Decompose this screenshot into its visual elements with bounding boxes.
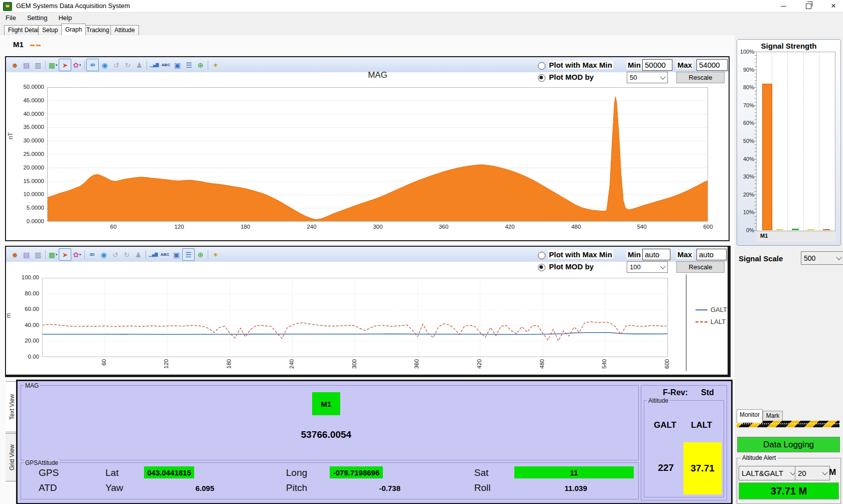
y-tick-label: 0.0000 [13,218,44,224]
rescale-button[interactable]: Rescale [676,261,725,273]
chart-icon[interactable]: ▁▄▇ [148,249,159,260]
tab-graph[interactable]: Graph [61,24,86,35]
signal-axis-tick [754,123,756,123]
signal-y-tick-label: 0% [737,227,754,233]
palette-icon[interactable]: ✿▾ [71,59,83,71]
export-icon[interactable]: ▤ [21,59,32,71]
tab-tracking[interactable]: Tracking [82,25,113,35]
rotate-cw-icon[interactable]: ↻ [121,249,132,260]
palette-icon: ✿ [73,62,79,69]
menu-setting[interactable]: Setting [22,13,53,24]
rotate-ccw-icon[interactable]: ↺ [109,249,121,260]
print-icon[interactable]: ▥ [32,59,44,71]
preview-icon[interactable]: ▣ [171,249,182,260]
orbit-icon[interactable]: ◉ [98,249,109,260]
restore-button[interactable] [800,0,817,12]
gps-group-label: GPSAttitude [24,459,60,466]
main-tab-strip: Flight Details Setup Graph Tracking Atti… [0,24,843,35]
galt-line-sample [695,309,708,310]
text-label-icon[interactable]: ABC [160,59,172,71]
rotate-cw-icon: ↻ [125,62,131,69]
pointer-icon[interactable]: ➤ [59,59,71,71]
signal-axis-tick [754,177,756,177]
close-button[interactable]: × [825,0,842,12]
min-label: Min [627,250,642,259]
walk-icon[interactable]: ♟ [132,249,144,260]
signal-scale-select[interactable]: 500 [801,251,843,265]
tools-icon[interactable]: ✶ [210,249,221,260]
signal-axis-tick [755,170,756,170]
plot-maxmin-radio[interactable] [538,62,545,70]
alert-channel-select[interactable]: LALT&GALT [739,466,798,480]
alert-threshold-select[interactable]: 20 [795,466,830,480]
rotate-cw-icon[interactable]: ↻ [122,59,133,71]
lat-label: Lat [105,467,118,478]
series-legend-dash [36,45,41,46]
zoom-in-icon[interactable]: ⊕ [195,59,206,71]
signal-gridline [787,52,788,230]
image-icon: ▩ [49,251,55,258]
signal-strength-panel: Signal Strength M1 0%10%20%30%40%50%60%7… [737,39,841,246]
menu-file[interactable]: File [0,13,22,24]
mod-select[interactable]: 100 [627,261,668,273]
plot-maxmin-radio[interactable] [538,252,545,259]
altitude-plot-area[interactable] [42,278,669,357]
image-icon[interactable]: ▩▾ [47,59,59,71]
mag-plot-area[interactable] [47,87,708,222]
preview-icon[interactable]: ▣ [172,59,183,71]
rotate-ccw-icon: ↺ [112,251,118,258]
max-input[interactable]: auto [696,249,727,260]
signal-axis-tick [755,112,756,113]
legend-icon[interactable]: ☰ [183,59,195,71]
image-icon[interactable]: ▩▾ [47,249,59,260]
3d-icon[interactable]: 3D [86,249,98,260]
max-input[interactable]: 54000 [696,59,728,71]
long-label: Long [286,467,307,478]
signal-axis-tick [755,137,756,138]
signal-axis-tick [755,98,756,99]
users-icon[interactable]: ☻ [9,249,21,260]
text-label-icon[interactable]: ABC [159,249,171,260]
chart-icon[interactable]: ▁▄▇ [149,59,160,71]
min-input[interactable]: auto [642,249,670,260]
menu-help[interactable]: Help [53,13,77,24]
plot-mod-radio[interactable] [538,264,545,271]
walk-icon: ♟ [136,62,143,69]
rotate-ccw-icon[interactable]: ↺ [110,59,122,71]
signal-axis-tick [755,109,756,109]
legend-galt: GALT [711,306,727,313]
legend-icon[interactable]: ☰ [182,248,195,261]
tab-setup[interactable]: Setup [38,25,62,35]
3d-icon[interactable]: 3D [86,59,99,71]
mag-channel-badge: M1 [312,392,340,415]
minimize-button[interactable] [775,0,792,12]
sat-label: Sat [474,467,489,478]
readout-panel: MAG M1 53766.0054 F-Rev: Std Altitude GA… [16,380,733,504]
x-tick-label: 360 [434,224,454,230]
toolbar-separator [45,61,46,70]
zoom-in-icon[interactable]: ⊕ [195,249,206,260]
tab-monitor[interactable]: Monitor [737,409,763,423]
yaw-value: 6.095 [174,484,214,492]
app-icon [3,2,12,11]
pointer-icon: ➤ [62,251,68,258]
tab-attitude[interactable]: Attitude [110,25,139,35]
tools-icon[interactable]: ✶ [210,59,221,71]
frev-value: Std [701,388,714,397]
orbit-icon[interactable]: ◉ [99,59,110,71]
export-icon[interactable]: ▤ [21,249,32,260]
users-icon[interactable]: ☻ [9,59,21,71]
mod-select-value: 100 [630,263,641,271]
frev-label: F-Rev: [663,388,688,397]
signal-axis-tick [755,80,756,81]
series-badge-label: M1 [13,40,24,49]
pointer-icon[interactable]: ➤ [59,248,71,261]
walk-icon[interactable]: ♟ [133,59,145,71]
plot-maxmin-label: Plot with Max Min [548,61,613,69]
sidebar: Signal Strength M1 0%10%20%30%40%50%60%7… [735,35,843,504]
data-logging-button[interactable]: Data Logging [737,437,840,452]
min-input[interactable]: 50000 [642,59,672,71]
palette-icon[interactable]: ✿▾ [71,249,83,260]
print-icon[interactable]: ▥ [32,249,44,260]
signal-axis-tick [755,59,756,59]
